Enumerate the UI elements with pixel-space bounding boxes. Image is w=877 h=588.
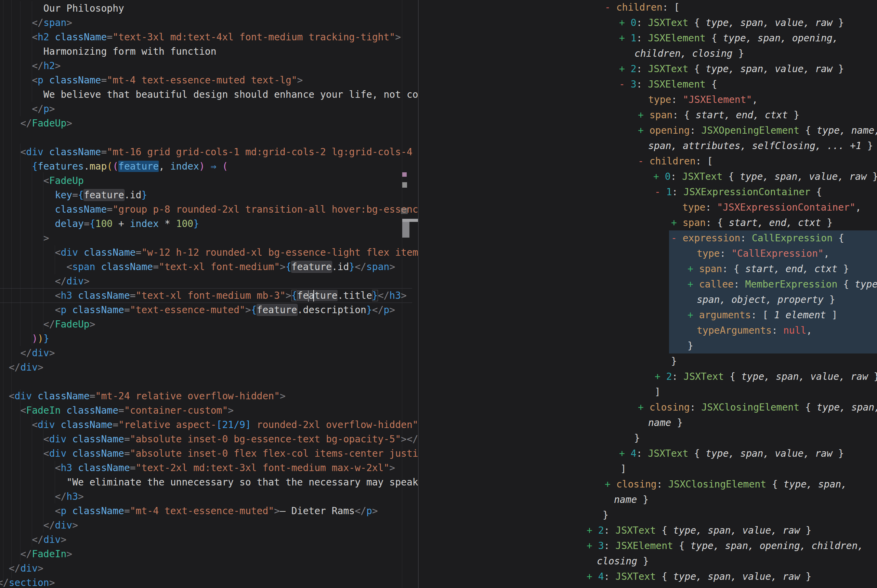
code-line[interactable]: </div>: [0, 532, 66, 547]
code-line[interactable]: </FadeUp>: [0, 317, 95, 332]
expand-toggle-icon[interactable]: +: [587, 540, 598, 551]
code-line[interactable]: - expression: CallExpression {: [671, 230, 844, 246]
code-line[interactable]: + 2: JSXText { type, span, value, raw }: [619, 61, 844, 76]
expand-toggle-icon[interactable]: +: [688, 309, 699, 321]
code-line[interactable]: span, object, property }: [697, 292, 835, 308]
scrollbar-slider[interactable]: [402, 222, 409, 238]
expand-toggle-icon[interactable]: -: [671, 232, 683, 244]
code-line[interactable]: <p className="mt-4 text-essence-muted te…: [0, 73, 303, 87]
code-line[interactable]: Harmonizing form with function: [0, 45, 216, 59]
expand-toggle-icon[interactable]: -: [655, 186, 666, 198]
code-line[interactable]: name }: [614, 492, 649, 507]
code-line[interactable]: <div className="mt-24 relative overflow-…: [0, 389, 285, 404]
code-line[interactable]: <p className="mt-4 text-essence-muted">—…: [0, 504, 378, 518]
expand-toggle-icon[interactable]: +: [655, 371, 666, 382]
code-line[interactable]: <div className="mt-16 grid grid-cols-1 m…: [0, 145, 418, 159]
code-line[interactable]: + 1: JSXElement { type, span, opening,: [619, 30, 838, 46]
code-line[interactable]: + 0: JSXText { type, span, value, raw }: [619, 15, 844, 30]
code-line[interactable]: type: "JSXExpressionContainer",: [682, 200, 861, 215]
expand-toggle-icon[interactable]: +: [671, 217, 683, 228]
code-line[interactable]: <FadeIn className="container-custom">: [0, 404, 234, 418]
code-line[interactable]: <div className="w-12 h-12 rounded-xl bg-…: [0, 246, 418, 260]
expand-toggle-icon[interactable]: +: [587, 571, 598, 582]
code-line[interactable]: {features.map((feature, index) ⇒ (: [0, 159, 228, 174]
code-line[interactable]: type: "CallExpression",: [697, 246, 829, 261]
expand-toggle-icon[interactable]: +: [619, 63, 631, 75]
expand-toggle-icon[interactable]: +: [619, 448, 631, 459]
expand-toggle-icon[interactable]: +: [653, 171, 665, 182]
ast-tree-pane[interactable]: - children: [+ 0: JSXText { type, span, …: [419, 0, 877, 588]
code-line[interactable]: - 3: JSXElement {: [619, 76, 717, 92]
code-line[interactable]: <FadeUp: [0, 174, 84, 188]
code-line[interactable]: + span: { start, end, ctxt }: [688, 261, 849, 277]
code-line[interactable]: <span className="text-xl font-medium">{f…: [0, 260, 395, 274]
code-line[interactable]: - children: [: [638, 153, 713, 169]
code-line[interactable]: <p className="text-essence-muted">{featu…: [0, 303, 395, 317]
code-line[interactable]: ]: [620, 461, 626, 477]
code-line[interactable]: <h3 className="text-xl font-medium mb-3"…: [0, 288, 407, 303]
code-editor-pane[interactable]: Our Philosophy </span> <h2 className="te…: [0, 0, 418, 588]
code-line[interactable]: </div>: [0, 274, 90, 288]
expand-toggle-icon[interactable]: -: [605, 2, 616, 13]
code-line[interactable]: key={feature.id}: [0, 188, 147, 202]
code-line[interactable]: + opening: JSXOpeningElement { type, nam…: [638, 123, 877, 138]
code-line[interactable]: name }: [648, 415, 683, 430]
code-line[interactable]: ]: [655, 384, 661, 400]
code-line[interactable]: </p>: [0, 102, 55, 116]
code-line[interactable]: + closing: JSXClosingElement { type, spa…: [638, 400, 877, 415]
expand-toggle-icon[interactable]: +: [587, 525, 598, 536]
code-line[interactable]: </section>: [0, 576, 55, 588]
expand-toggle-icon[interactable]: -: [638, 156, 650, 167]
code-line[interactable]: + 2: JSXText { type, span, value, raw }: [587, 523, 811, 538]
expand-toggle-icon[interactable]: +: [638, 110, 650, 121]
expand-toggle-icon[interactable]: +: [619, 33, 631, 44]
code-line[interactable]: delay={100 + index * 100}: [0, 217, 199, 231]
code-line[interactable]: + arguments: [ 1 element ]: [688, 308, 837, 323]
expand-toggle-icon[interactable]: +: [638, 402, 650, 413]
scrollbar-slider-top[interactable]: [402, 219, 418, 222]
code-line[interactable]: <h3 className="text-2xl md:text-3xl font…: [0, 461, 395, 475]
code-line[interactable]: + 4: JSXText { type, span, value, raw }: [587, 569, 811, 584]
code-line[interactable]: </span>: [0, 16, 72, 30]
code-line[interactable]: </div>: [0, 561, 44, 576]
code-line[interactable]: className="group p-8 rounded-2xl transit…: [0, 202, 418, 217]
code-line[interactable]: + closing: JSXClosingElement { type, spa…: [605, 477, 847, 492]
code-line[interactable]: Our Philosophy: [0, 2, 124, 16]
code-line[interactable]: - children: [: [605, 0, 680, 15]
code-line[interactable]: }: [671, 354, 677, 369]
code-line[interactable]: We believe that beautiful design should …: [0, 87, 418, 102]
expand-toggle-icon[interactable]: +: [619, 17, 631, 28]
code-line[interactable]: </h2>: [0, 59, 60, 73]
code-line[interactable]: + 2: JSXText { type, span, value, raw }: [655, 369, 877, 384]
code-line[interactable]: typeArguments: null,: [697, 323, 812, 338]
code-line[interactable]: - 1: JSXExpressionContainer {: [655, 184, 822, 200]
code-line[interactable]: </div>: [0, 346, 55, 360]
code-line[interactable]: <div className="relative aspect-[21/9] r…: [0, 418, 418, 432]
code-line[interactable]: type: "JSXElement",: [648, 92, 758, 107]
code-line[interactable]: </h3>: [0, 489, 84, 504]
code-line[interactable]: }: [688, 338, 693, 354]
expand-toggle-icon[interactable]: +: [688, 263, 699, 274]
expand-toggle-icon[interactable]: -: [619, 79, 631, 90]
code-line[interactable]: </div>: [0, 518, 78, 532]
code-line[interactable]: </FadeUp>: [0, 116, 72, 130]
code-line[interactable]: + 4: JSXText { type, span, value, raw }: [619, 446, 844, 461]
code-line[interactable]: + 0: JSXText { type, span, value, raw }: [653, 169, 877, 184]
code-line[interactable]: span, attributes, selfClosing, ... +1 }: [648, 138, 873, 153]
code-line[interactable]: <h2 className="text-3xl md:text-4xl font…: [0, 30, 401, 45]
expand-toggle-icon[interactable]: +: [688, 279, 699, 290]
code-line[interactable]: closing }: [597, 554, 649, 569]
code-line[interactable]: + 3: JSXElement { type, span, opening, c…: [587, 538, 863, 554]
code-line[interactable]: ))}: [0, 332, 49, 346]
code-line[interactable]: >: [0, 231, 49, 246]
code-line[interactable]: + span: { start, end, ctxt }: [671, 215, 832, 230]
expand-toggle-icon[interactable]: +: [638, 125, 650, 136]
code-line[interactable]: + callee: MemberExpression { type,: [688, 277, 877, 292]
code-line[interactable]: children, closing }: [634, 46, 744, 61]
code-line[interactable]: <div className="absolute inset-0 bg-esse…: [0, 432, 418, 447]
code-line[interactable]: </FadeIn>: [0, 547, 72, 561]
code-line[interactable]: <div className="absolute inset-0 flex fl…: [0, 447, 418, 461]
pane-divider[interactable]: [418, 0, 419, 588]
code-line[interactable]: </div>: [0, 360, 44, 375]
expand-toggle-icon[interactable]: +: [605, 478, 616, 490]
